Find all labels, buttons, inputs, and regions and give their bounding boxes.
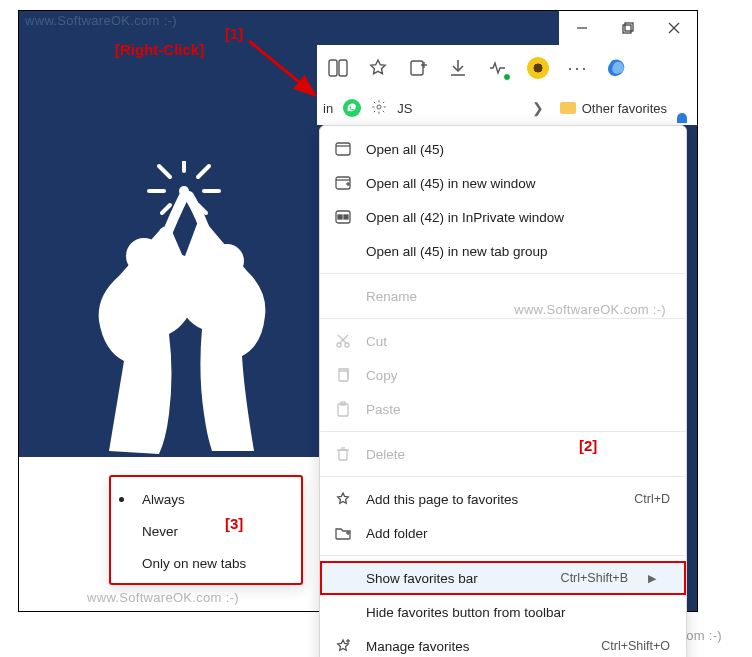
other-favorites-folder[interactable]: Other favorites (560, 101, 667, 116)
menu-open-all[interactable]: Open all (45) (320, 132, 686, 166)
window-minimize-button[interactable] (559, 11, 605, 45)
annotation-step3: [3] (225, 515, 243, 532)
favorites-bar: in JS ❯ Other favorites (317, 91, 697, 125)
menu-add-folder[interactable]: Add folder (320, 516, 686, 550)
svg-point-33 (345, 343, 349, 347)
copilot-icon[interactable] (607, 56, 631, 80)
svg-rect-36 (339, 371, 348, 381)
folder-icon (560, 102, 576, 114)
favorites-star-icon[interactable] (367, 57, 389, 79)
menu-separator (320, 431, 686, 432)
watermark: www.SoftwareOK.com :-) (87, 590, 239, 605)
paste-icon (334, 400, 352, 418)
svg-line-2 (198, 166, 209, 177)
folder-add-icon (334, 524, 352, 542)
svg-rect-23 (336, 143, 350, 155)
inprivate-icon (334, 208, 352, 226)
selected-dot-icon (119, 497, 124, 502)
svg-rect-11 (623, 25, 631, 33)
favbar-profile-indicator (677, 113, 687, 123)
menu-delete: Delete (320, 437, 686, 471)
menu-add-page-to-favorites[interactable]: Add this page to favorites Ctrl+D (320, 482, 686, 516)
window-controls (559, 11, 697, 45)
menu-rename: Rename (320, 279, 686, 313)
shortcut-label: Ctrl+Shift+B (561, 571, 628, 585)
svg-point-32 (337, 343, 341, 347)
window-restore-button[interactable] (605, 11, 651, 45)
split-screen-icon[interactable] (327, 57, 349, 79)
settings-gear-icon[interactable] (371, 99, 387, 118)
favorites-context-menu: Open all (45) Open all (45) in new windo… (319, 125, 687, 657)
menu-hide-favorites-button[interactable]: Hide favorites button from toolbar (320, 595, 686, 629)
svg-line-46 (249, 41, 315, 95)
watermark: www.SoftwareOK.com :-) (25, 13, 177, 28)
more-menu-icon[interactable]: ··· (567, 57, 589, 79)
browser-toolbar: ··· (317, 45, 697, 91)
menu-copy: Copy (320, 358, 686, 392)
svg-rect-30 (338, 215, 342, 219)
menu-show-favorites-bar[interactable]: Show favorites bar Ctrl+Shift+B ▶ (320, 561, 686, 595)
downloads-icon[interactable] (447, 57, 469, 79)
svg-rect-37 (338, 404, 348, 416)
window-close-button[interactable] (651, 11, 697, 45)
menu-separator (320, 273, 686, 274)
star-add-icon (334, 490, 352, 508)
delete-icon (334, 445, 352, 463)
collections-icon[interactable] (407, 57, 429, 79)
menu-paste: Paste (320, 392, 686, 426)
menu-separator (320, 476, 686, 477)
menu-manage-favorites[interactable]: Manage favorites Ctrl+Shift+O (320, 629, 686, 657)
favbar-js-label[interactable]: JS (397, 101, 412, 116)
whatsapp-icon[interactable] (343, 99, 361, 117)
screenshot-frame: www.SoftwareOK.com :-) (18, 10, 698, 612)
svg-rect-16 (339, 60, 347, 76)
menu-open-all-inprivate[interactable]: Open all (42) in InPrivate window (320, 200, 686, 234)
annotation-right-click: [Right-Click] (115, 41, 204, 58)
show-favorites-bar-submenu: Always Never Only on new tabs (109, 475, 303, 585)
submenu-arrow-icon: ▶ (648, 572, 656, 585)
menu-separator (320, 318, 686, 319)
svg-line-3 (159, 166, 170, 177)
svg-rect-31 (344, 215, 348, 219)
desktop-background: www.SoftwareOK.com :-) (19, 11, 697, 611)
svg-point-8 (126, 238, 162, 274)
star-manage-icon (334, 637, 352, 655)
copy-icon (334, 366, 352, 384)
submenu-never[interactable]: Never (111, 515, 301, 547)
annotation-step1: [1] (225, 25, 243, 42)
submenu-only-new-tabs[interactable]: Only on new tabs (111, 547, 301, 579)
performance-icon[interactable] (487, 57, 509, 79)
profile-avatar-icon[interactable] (527, 57, 549, 79)
cut-icon (334, 332, 352, 350)
open-all-icon (334, 140, 352, 158)
menu-separator (320, 555, 686, 556)
new-window-icon (334, 174, 352, 192)
shortcut-label: Ctrl+Shift+O (601, 639, 670, 653)
svg-rect-39 (339, 450, 347, 460)
favbar-overflow-chevron-icon[interactable]: ❯ (532, 100, 550, 116)
svg-point-9 (210, 244, 244, 278)
svg-line-7 (162, 205, 170, 213)
shortcut-label: Ctrl+D (634, 492, 670, 506)
menu-cut: Cut (320, 324, 686, 358)
svg-rect-12 (625, 23, 633, 31)
submenu-always[interactable]: Always (111, 483, 301, 515)
svg-rect-17 (411, 61, 423, 75)
menu-open-all-tabgroup[interactable]: Open all (45) in new tab group (320, 234, 686, 268)
highfive-illustration (49, 161, 319, 461)
svg-rect-15 (329, 60, 337, 76)
annotation-step2: [2] (579, 437, 597, 454)
annotation-arrow (219, 31, 329, 111)
menu-open-all-new-window[interactable]: Open all (45) in new window (320, 166, 686, 200)
svg-point-22 (377, 105, 381, 109)
